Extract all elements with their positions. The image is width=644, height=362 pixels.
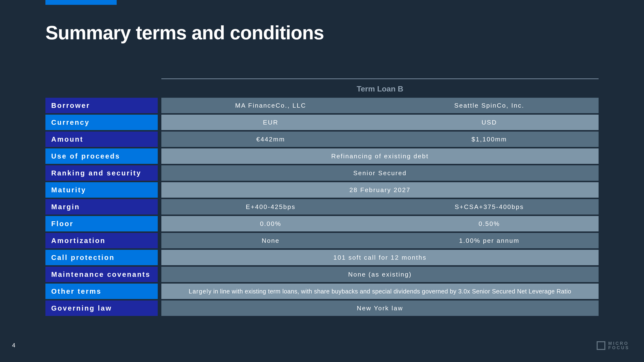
- row-label: Ranking and security: [46, 165, 158, 181]
- row-value-right: USD: [380, 115, 598, 130]
- row-label: Floor: [46, 216, 158, 231]
- table-row: MarginE+400-425bpsS+CSA+375-400bps: [46, 199, 598, 215]
- logo-text: MICRO FOCUS: [608, 341, 630, 350]
- row-value-left: €442mm: [161, 131, 380, 147]
- row-value: None (as existing): [161, 267, 598, 282]
- table-row: Use of proceedsRefinancing of existing d…: [46, 148, 598, 164]
- row-label: Other terms: [46, 284, 158, 299]
- row-value-right: S+CSA+375-400bps: [380, 199, 598, 215]
- logo-line1: MICRO: [608, 341, 630, 346]
- row-value: New York law: [161, 301, 598, 316]
- row-value: Senior Secured: [161, 165, 598, 181]
- table-row: CurrencyEURUSD: [46, 115, 598, 130]
- table-row: Amount€442mm$1,100mm: [46, 131, 598, 147]
- table-row: Call protection101 soft call for 12 mont…: [46, 250, 598, 265]
- table-row: BorrowerMA FinanceCo., LLCSeattle SpinCo…: [46, 98, 598, 113]
- logo-square-icon: [597, 341, 605, 350]
- row-label: Governing law: [46, 301, 158, 316]
- row-value: Largelyin line with existing term loans,…: [161, 284, 598, 299]
- row-label: Call protection: [46, 250, 158, 265]
- row-label: Maintenance covenants: [46, 267, 158, 282]
- rows-container: BorrowerMA FinanceCo., LLCSeattle SpinCo…: [46, 98, 598, 317]
- row-value-left: MA FinanceCo., LLC: [161, 98, 380, 113]
- table-row: Ranking and securitySenior Secured: [46, 165, 598, 181]
- row-value-left: EUR: [161, 115, 380, 130]
- row-value: 101 soft call for 12 months: [161, 250, 598, 265]
- row-label: Amount: [46, 131, 158, 147]
- header-divider: [161, 78, 598, 79]
- page-number: 4: [12, 342, 15, 349]
- table-row: Floor0.00%0.50%: [46, 216, 598, 231]
- other-terms-text: in line with existing term loans, with s…: [213, 288, 571, 295]
- table-row: Governing lawNew York law: [46, 301, 598, 316]
- row-label: Use of proceeds: [46, 148, 158, 164]
- row-value-right: Seattle SpinCo, Inc.: [380, 98, 598, 113]
- row-value-right: $1,100mm: [380, 131, 598, 147]
- row-label: Borrower: [46, 98, 158, 113]
- table-row: Maintenance covenantsNone (as existing): [46, 267, 598, 282]
- table-row: AmortizationNone1.00% per annum: [46, 233, 598, 248]
- row-value-right: 0.50%: [380, 216, 598, 231]
- row-value: 28 February 2027: [161, 182, 598, 198]
- logo: MICRO FOCUS: [597, 341, 630, 350]
- row-label: Currency: [46, 115, 158, 130]
- row-value-left: E+400-425bps: [161, 199, 380, 215]
- table-row: Maturity28 February 2027: [46, 182, 598, 198]
- row-label: Margin: [46, 199, 158, 215]
- logo-line2: FOCUS: [608, 346, 630, 350]
- row-label: Maturity: [46, 182, 158, 198]
- table-row: Other termsLargelyin line with existing …: [46, 284, 598, 299]
- row-value-left: None: [161, 233, 380, 248]
- row-value-left: 0.00%: [161, 216, 380, 231]
- column-header: Term Loan B: [161, 84, 598, 93]
- row-value-right: 1.00% per annum: [380, 233, 598, 248]
- page-title: Summary terms and conditions: [46, 22, 324, 44]
- other-terms-prefix: Largely: [189, 288, 212, 295]
- row-value: Refinancing of existing debt: [161, 148, 598, 164]
- row-label: Amortization: [46, 233, 158, 248]
- accent-bar: [46, 0, 117, 5]
